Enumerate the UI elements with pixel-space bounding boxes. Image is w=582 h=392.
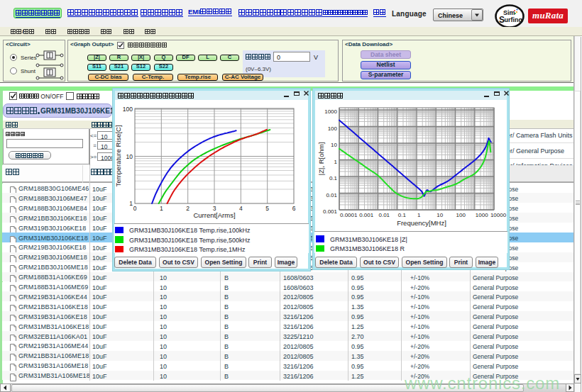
svg-text:1: 1 [417,212,421,218]
svg-text:1000: 1000 [476,212,488,218]
svg-text:10: 10 [331,142,337,148]
svg-text:10: 10 [436,212,443,218]
svg-text:0.0001: 0.0001 [340,212,358,218]
svg-text:100: 100 [328,125,338,132]
svg-text:0.01: 0.01 [379,212,390,218]
svg-text:0.1: 0.1 [398,212,407,218]
svg-text:100: 100 [456,212,466,218]
svg-text:0.001: 0.001 [323,208,338,215]
svg-text:Frequency[MHz]: Frequency[MHz] [397,219,446,227]
svg-text:|Z|, R[ohm]: |Z|, R[ohm] [317,142,325,176]
svg-text:0.01: 0.01 [326,192,337,198]
svg-text:0.1: 0.1 [329,175,338,181]
svg-text:10000: 10000 [490,212,507,218]
svg-text:0.001: 0.001 [359,212,374,218]
svg-text:1: 1 [334,159,338,165]
svg-text:1000: 1000 [324,108,337,115]
